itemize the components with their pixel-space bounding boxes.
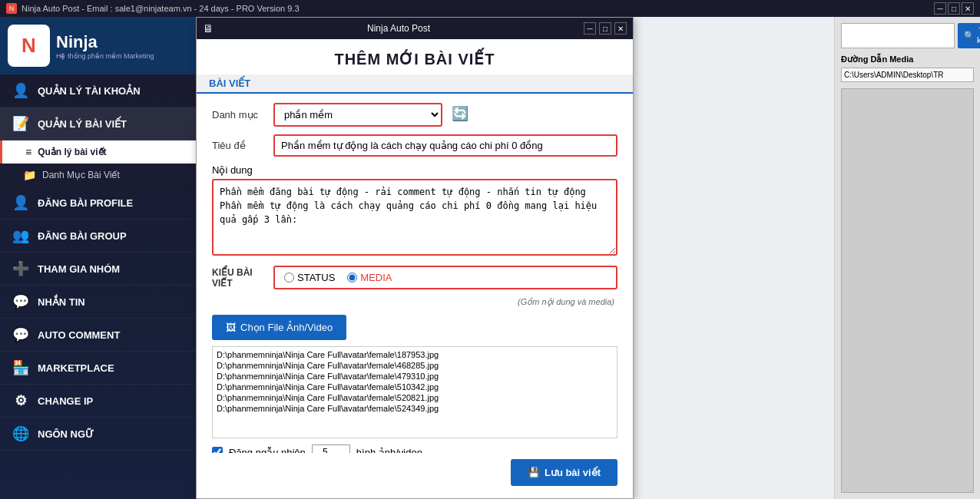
danh-muc-control: phần mềm 🔄 — [273, 103, 617, 127]
sidebar-item-quan-ly-tai-khoan[interactable]: 👤 QUẢN LÝ TÀI KHOẢN — [0, 74, 196, 107]
sidebar-label-ngon-ngu: NGÔN NGỮ — [38, 428, 94, 440]
kieu-bai-viet-label: KIỂU BÀI VIẾT — [212, 267, 273, 289]
random-label: Đăng ngẫu nhiên — [229, 447, 306, 454]
title-bar-text: Ninja Auto Post - Email : sale1@ninjatea… — [22, 4, 929, 13]
media-path-label: Đường Dẫn Media — [841, 55, 974, 64]
sidebar-item-marketplace[interactable]: 🏪 MARKETPLACE — [0, 352, 196, 385]
right-preview-area — [841, 88, 974, 493]
file-list-item: D:\phanmemninja\Ninja Care Full\avatar\f… — [215, 360, 614, 371]
sidebar-item-change-ip[interactable]: ⚙ CHANGE IP — [0, 385, 196, 418]
refresh-icon[interactable]: 🔄 — [452, 106, 468, 121]
modal-tab[interactable]: BÀI VIẾT — [197, 74, 633, 94]
tieu-de-input[interactable] — [273, 134, 617, 157]
modal-app-icon: 🖥 — [203, 22, 214, 35]
file-list-item: D:\phanmemninja\Ninja Care Full\avatar\f… — [215, 382, 614, 392]
app-container: N Ninja Hệ thống phần mềm Marketing 👤 QU… — [0, 17, 980, 499]
sidebar-sub-label-quan-ly: Quản lý bài viết — [38, 147, 106, 157]
modal-titlebar: 🖥 Ninja Auto Post ─ □ ✕ — [197, 18, 633, 39]
sidebar-item-dang-bai-profile[interactable]: 👤 ĐĂNG BÀI PROFILE — [0, 187, 196, 220]
sidebar-item-quan-ly-bai-viet[interactable]: 📝 QUẢN LÝ BÀI VIẾT — [0, 107, 196, 140]
media-path-value: C:\Users\ADMIN\Desktop\TR — [841, 68, 974, 82]
file-list-item: D:\phanmemninja\Ninja Care Full\avatar\f… — [215, 392, 614, 403]
danh-muc-label: Danh mục — [212, 109, 273, 121]
language-icon: 🌐 — [12, 425, 30, 442]
media-note: (Gồm nội dung và media) — [212, 297, 617, 307]
choose-file-row: 🖼 Chọn File Ảnh/Video — [212, 315, 617, 340]
sidebar-sub-item-danh-muc[interactable]: 📁 Danh Mục Bài Viết — [0, 164, 196, 187]
sidebar-item-tham-gia-nhom[interactable]: ➕ THAM GIA NHÓM — [0, 253, 196, 286]
file-list-item: D:\phanmemninja\Ninja Care Full\avatar\f… — [215, 371, 614, 382]
search-input[interactable] — [841, 23, 955, 48]
sidebar-label-quan-ly-tai-khoan: QUẢN LÝ TÀI KHOẢN — [38, 85, 141, 97]
list-icon: ≡ — [25, 146, 31, 158]
modal-footer: 💾 Lưu bài viết — [197, 453, 633, 498]
sidebar-sub-item-quan-ly-bai-viet[interactable]: ≡ Quản lý bài viết — [0, 140, 196, 164]
modal-titlebar-text: Ninja Auto Post — [367, 23, 430, 34]
save-icon: 💾 — [528, 467, 540, 478]
logo-icon: N — [8, 25, 50, 67]
danh-muc-select[interactable]: phần mềm — [273, 103, 442, 127]
sidebar-item-dang-bai-group[interactable]: 👥 ĐĂNG BÀI GROUP — [0, 220, 196, 253]
title-bar: N Ninja Auto Post - Email : sale1@ninjat… — [0, 0, 980, 17]
sidebar-label-change-ip: CHANGE IP — [38, 395, 93, 407]
sidebar-label-marketplace: MARKETPLACE — [38, 362, 114, 374]
modal-tab-label: BÀI VIẾT — [209, 78, 250, 89]
noi-dung-textarea[interactable]: Phần mềm đăng bài tự động - rải comment … — [212, 179, 617, 256]
right-search-row: 🔍 Tìm kiếm — [841, 23, 974, 48]
sidebar-label-dang-bai-profile: ĐĂNG BÀI PROFILE — [38, 197, 133, 209]
edit-icon: 📝 — [12, 115, 30, 132]
radio-media-option[interactable]: MEDIA — [347, 272, 392, 283]
file-list-item: D:\phanmemninja\Ninja Care Full\avatar\f… — [215, 403, 614, 414]
kieu-bai-viet-row: KIỂU BÀI VIẾT STATUS MEDIA — [212, 266, 617, 289]
radio-media[interactable] — [347, 273, 357, 283]
random-count-input[interactable] — [312, 444, 350, 453]
user-icon: 👤 — [12, 82, 30, 99]
kieu-bai-viet-control: STATUS MEDIA — [273, 266, 617, 289]
market-icon: 🏪 — [12, 359, 30, 376]
folder-icon: 📁 — [23, 169, 36, 181]
sidebar-label-dang-bai-group: ĐĂNG BÀI GROUP — [38, 230, 127, 242]
settings-icon: ⚙ — [12, 392, 30, 409]
search-button-label: Tìm kiếm — [977, 26, 980, 45]
search-button[interactable]: 🔍 Tìm kiếm — [958, 23, 980, 48]
sidebar-logo: N Ninja Hệ thống phần mềm Marketing — [0, 17, 196, 74]
sidebar: N Ninja Hệ thống phần mềm Marketing 👤 QU… — [0, 17, 196, 499]
radio-status-option[interactable]: STATUS — [284, 272, 335, 283]
choose-file-button[interactable]: 🖼 Chọn File Ảnh/Video — [212, 315, 346, 340]
right-panel: 🔍 Tìm kiếm Đường Dẫn Media C:\Users\ADMI… — [834, 17, 980, 499]
sidebar-item-auto-comment[interactable]: 💬 AUTO COMMENT — [0, 319, 196, 352]
modal-main-title: THÊM MỚI BÀI VIẾT — [197, 39, 633, 74]
logo-text: Ninja — [56, 32, 154, 52]
kieu-bai-viet-options: STATUS MEDIA — [273, 266, 617, 289]
minimize-button[interactable]: ─ — [934, 2, 946, 15]
file-list-item: D:\phanmemninja\Ninja Care Full\avatar\f… — [215, 349, 614, 360]
maximize-button[interactable]: □ — [948, 2, 960, 15]
sidebar-label-nhan-tin: NHẮN TIN — [38, 296, 85, 308]
message-icon: 💬 — [12, 293, 30, 310]
sidebar-item-ngon-ngu[interactable]: 🌐 NGÔN NGỮ — [0, 418, 196, 451]
modal-close[interactable]: ✕ — [614, 22, 627, 35]
sidebar-item-nhan-tin[interactable]: 💬 NHẮN TIN — [0, 286, 196, 319]
search-icon: 🔍 — [964, 31, 975, 41]
modal-minimize[interactable]: ─ — [584, 22, 596, 35]
join-icon: ➕ — [12, 260, 30, 277]
logo-text-block: Ninja Hệ thống phần mềm Marketing — [56, 32, 154, 60]
close-button[interactable]: ✕ — [962, 2, 974, 15]
save-button-label: Lưu bài viết — [545, 467, 601, 478]
file-list-box[interactable]: D:\phanmemninja\Ninja Care Full\avatar\f… — [212, 346, 617, 438]
noi-dung-label: Nội dung — [212, 164, 617, 176]
random-checkbox[interactable] — [212, 447, 223, 453]
sidebar-label-auto-comment: AUTO COMMENT — [38, 329, 120, 341]
radio-status[interactable] — [284, 273, 294, 283]
tieu-de-label: Tiêu đề — [212, 140, 273, 151]
modal-form: Danh mục phần mềm 🔄 Tiêu đề — [197, 94, 633, 453]
modal-window: 🖥 Ninja Auto Post ─ □ ✕ THÊM MỚI BÀI VIẾ… — [196, 17, 634, 499]
radio-media-label: MEDIA — [360, 272, 392, 283]
media-path-section: Đường Dẫn Media C:\Users\ADMIN\Desktop\T… — [841, 55, 974, 82]
modal-maximize[interactable]: □ — [599, 22, 611, 35]
tieu-de-row: Tiêu đề — [212, 134, 617, 157]
image-icon: 🖼 — [226, 322, 236, 333]
save-button[interactable]: 💾 Lưu bài viết — [511, 459, 617, 486]
noi-dung-row: Nội dung Phần mềm đăng bài tự động - rải… — [212, 164, 617, 258]
danh-muc-row: Danh mục phần mềm 🔄 — [212, 103, 617, 127]
